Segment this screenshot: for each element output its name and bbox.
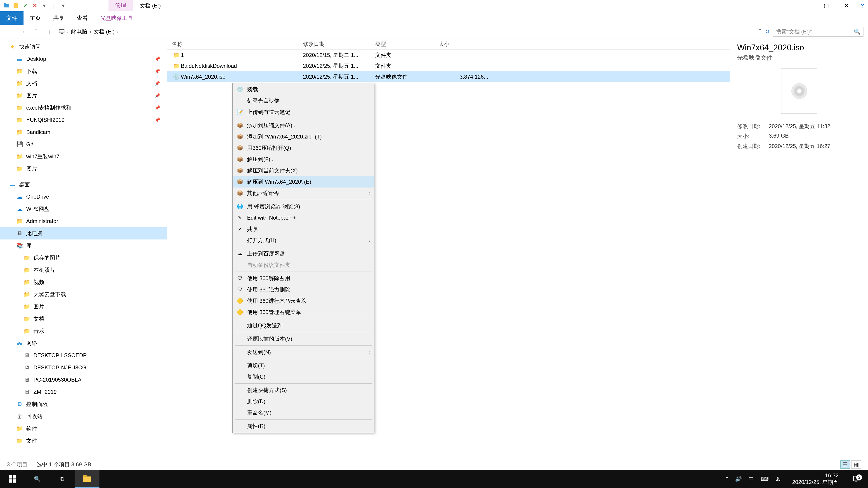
menu-item[interactable]: ☁ 上传到百度网盘 bbox=[233, 248, 374, 259]
tree-item[interactable]: 📁 保存的图片 bbox=[0, 252, 167, 264]
search-input[interactable]: 搜索"文档 (E:)" 🔍 bbox=[773, 27, 864, 37]
menu-item[interactable]: 💿 装载 bbox=[233, 84, 374, 95]
tray-volume-icon[interactable]: 🔊 bbox=[735, 470, 742, 488]
tray-notifications-icon[interactable]: 3 bbox=[850, 475, 864, 483]
ribbon-tab-share[interactable]: 共享 bbox=[47, 11, 70, 25]
column-header-type[interactable]: 类型 bbox=[375, 40, 438, 48]
menu-item[interactable]: 属性(R) bbox=[233, 420, 374, 432]
tree-item[interactable]: 📁 音乐 bbox=[0, 325, 167, 337]
column-header-name[interactable]: 名称 bbox=[172, 40, 303, 48]
tray-network-icon[interactable]: 🖧 bbox=[776, 470, 781, 488]
start-button[interactable] bbox=[0, 470, 25, 488]
tree-quick-access[interactable]: ★ 快速访问 bbox=[0, 41, 167, 53]
ribbon-tab-file[interactable]: 文件 bbox=[0, 11, 24, 25]
menu-item[interactable]: 📦 其他压缩命令 › bbox=[233, 188, 374, 199]
tree-item[interactable]: 📁 本机照片 bbox=[0, 264, 167, 276]
view-details-button[interactable]: ☰ bbox=[840, 460, 850, 468]
tree-item[interactable]: 📁 图片 📌 bbox=[0, 90, 167, 102]
tray-ime-mode-icon[interactable]: ⌨ bbox=[761, 470, 769, 488]
menu-item[interactable]: 📦 解压到(F)... bbox=[233, 154, 374, 165]
tree-item[interactable]: 🖥 PC-20190530OBLA bbox=[0, 374, 167, 386]
menu-item[interactable]: 重命名(M) bbox=[233, 407, 374, 418]
tree-documents[interactable]: 📁 文件 bbox=[0, 435, 167, 447]
tree-item[interactable]: 💾 G:\ bbox=[0, 138, 167, 151]
tree-desktop-root[interactable]: ▬ 桌面 bbox=[0, 178, 167, 191]
menu-item[interactable]: 创建快捷方式(S) bbox=[233, 385, 374, 396]
nav-forward-button[interactable]: → bbox=[18, 27, 27, 36]
tree-item[interactable]: 📚 库 bbox=[0, 239, 167, 252]
tree-item[interactable]: 📁 下载 📌 bbox=[0, 65, 167, 77]
column-header-date[interactable]: 修改日期 bbox=[303, 40, 375, 48]
tree-item[interactable]: 📁 Bandicam bbox=[0, 126, 167, 138]
tree-item[interactable]: 📁 文档 📌 bbox=[0, 77, 167, 90]
tree-item[interactable]: ☁ WPS网盘 bbox=[0, 203, 167, 215]
tree-network[interactable]: 🖧 网络 bbox=[0, 337, 167, 349]
tree-item[interactable]: 📁 Administrator bbox=[0, 215, 167, 227]
file-row[interactable]: 📁 1 2020/12/15, 星期二 1... 文件夹 bbox=[167, 50, 730, 61]
maximize-button[interactable]: ▢ bbox=[816, 0, 836, 11]
breadcrumb-segment[interactable]: 此电脑 bbox=[71, 28, 87, 35]
nav-up-button[interactable]: ↑ bbox=[45, 27, 54, 36]
tree-item[interactable]: 📁 excel表格制作求和 📌 bbox=[0, 102, 167, 114]
qat-icon-2[interactable] bbox=[12, 2, 20, 10]
qat-icon-1[interactable] bbox=[2, 2, 10, 10]
tree-item[interactable]: 📁 图片 bbox=[0, 300, 167, 313]
column-header-size[interactable]: 大小 bbox=[438, 40, 497, 48]
tree-item[interactable]: ▬ Desktop 📌 bbox=[0, 53, 167, 65]
qat-dropdown-icon[interactable]: ▾ bbox=[40, 2, 49, 10]
tree-item[interactable]: 📁 win7重装win7 bbox=[0, 151, 167, 163]
nav-back-button[interactable]: ← bbox=[4, 27, 13, 36]
tree-recycle-bin[interactable]: 🗑 回收站 bbox=[0, 410, 167, 422]
address-dropdown-icon[interactable]: ˅ bbox=[758, 29, 761, 35]
minimize-button[interactable]: — bbox=[796, 0, 816, 11]
ribbon-tab-view[interactable]: 查看 bbox=[70, 11, 94, 25]
qat-close-icon[interactable]: ✕ bbox=[31, 2, 39, 10]
menu-item[interactable]: 📦 用360压缩打开(Q) bbox=[233, 142, 374, 154]
menu-item[interactable]: 🌐 用 蜂蜜浏览器 浏览(3) bbox=[233, 201, 374, 212]
breadcrumb-segment[interactable]: 文档 (E:) bbox=[94, 28, 115, 35]
task-view-button[interactable]: ⧉ bbox=[50, 470, 74, 488]
tree-item[interactable]: 🖥 DESKTOP-NJEU3CG bbox=[0, 361, 167, 374]
menu-item[interactable]: 🟡 使用 360管理右键菜单 bbox=[233, 306, 374, 318]
qat-check-icon[interactable]: ✔ bbox=[21, 2, 29, 10]
menu-item[interactable]: ✎ Edit with Notepad++ bbox=[233, 212, 374, 223]
menu-item[interactable]: 📝 上传到有道云笔记 bbox=[233, 106, 374, 118]
tree-control-panel[interactable]: ⚙ 控制面板 bbox=[0, 398, 167, 410]
search-icon[interactable]: 🔍 bbox=[854, 29, 861, 35]
tree-item[interactable]: 📁 视频 bbox=[0, 276, 167, 288]
close-button[interactable]: ✕ bbox=[836, 0, 857, 11]
menu-item[interactable]: 复制(C) bbox=[233, 371, 374, 383]
menu-item[interactable]: 📦 添加到压缩文件(A)... bbox=[233, 120, 374, 131]
menu-item[interactable]: 剪切(T) bbox=[233, 360, 374, 371]
menu-item[interactable]: 🛡 使用 360解除占用 bbox=[233, 273, 374, 284]
view-icons-button[interactable]: ▦ bbox=[851, 460, 861, 468]
menu-item[interactable]: 通过QQ发送到 bbox=[233, 320, 374, 331]
menu-item[interactable]: 📦 解压到当前文件夹(X) bbox=[233, 165, 374, 176]
tree-item[interactable]: 🖥 此电脑 bbox=[0, 227, 167, 239]
contextual-tab-manage[interactable]: 管理 bbox=[108, 0, 133, 11]
tree-item[interactable]: 📁 图片 bbox=[0, 163, 167, 175]
menu-item[interactable]: 刻录光盘映像 bbox=[233, 95, 374, 106]
tray-ime-icon[interactable]: 中 bbox=[749, 470, 754, 488]
tree-item[interactable]: ☁ OneDrive bbox=[0, 191, 167, 203]
help-button[interactable]: ? bbox=[857, 0, 868, 11]
menu-item[interactable]: 删除(D) bbox=[233, 396, 374, 407]
file-row[interactable]: 📁 BaiduNetdiskDownload 2020/12/25, 星期五 1… bbox=[167, 61, 730, 71]
tree-item[interactable]: 📁 天翼云盘下载 bbox=[0, 288, 167, 300]
tray-overflow-icon[interactable]: ˄ bbox=[725, 470, 728, 488]
tree-item[interactable]: 🖥 DESKTOP-LSSOEDP bbox=[0, 349, 167, 361]
menu-item[interactable]: 还原以前的版本(V) bbox=[233, 333, 374, 345]
ribbon-tab-disc-tools[interactable]: 光盘映像工具 bbox=[94, 11, 139, 25]
menu-item[interactable]: 发送到(N) › bbox=[233, 347, 374, 358]
tree-software[interactable]: 📁 软件 bbox=[0, 422, 167, 435]
ribbon-tab-home[interactable]: 主页 bbox=[24, 11, 47, 25]
menu-item[interactable]: 📦 解压到 Win7x64_2020\ (E) bbox=[233, 176, 374, 188]
tree-item[interactable]: 📁 YUNQISHI2019 📌 bbox=[0, 114, 167, 126]
qat-customize-icon[interactable]: ▾ bbox=[59, 2, 67, 10]
file-row[interactable]: 💿 Win7x64_2020.iso 2020/12/25, 星期五 1... … bbox=[167, 71, 730, 82]
taskbar-explorer[interactable] bbox=[74, 470, 99, 488]
refresh-button[interactable]: ↻ bbox=[765, 29, 770, 35]
menu-item[interactable]: 打开方式(H) › bbox=[233, 235, 374, 246]
menu-item[interactable]: 📦 添加到 "Win7x64_2020.zip" (T) bbox=[233, 131, 374, 142]
menu-item[interactable]: ↗ 共享 bbox=[233, 223, 374, 235]
